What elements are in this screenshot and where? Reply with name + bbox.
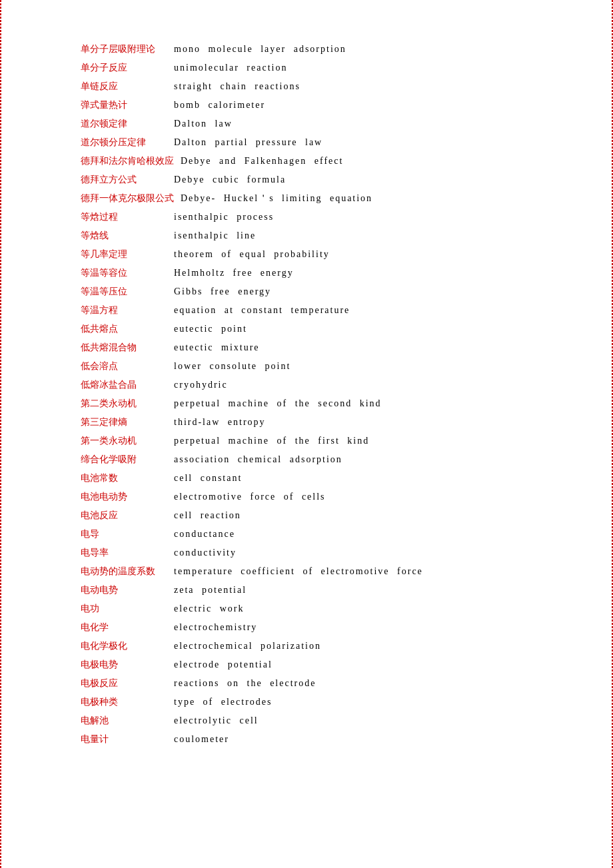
term-row: 第三定律熵third-law entropy — [81, 413, 532, 432]
zh-term: 电化学极化 — [81, 637, 167, 655]
term-row: 德拜和法尔肯哈根效应Debye and Falkenhagen effect — [81, 152, 532, 171]
term-row: 电化学electrochemistry — [81, 618, 532, 637]
en-term: zeta potential — [174, 581, 247, 600]
en-term: electromotive force of cells — [174, 488, 326, 506]
term-row: 电解池electrolytic cell — [81, 711, 532, 730]
border-left — [1, 0, 1, 868]
zh-term: 电解池 — [81, 711, 167, 730]
term-row: 等温等压位Gibbs free energy — [81, 282, 532, 301]
en-term: Debye- Huckel＇s limiting equation — [181, 189, 372, 208]
en-term: isenthalpic line — [174, 226, 256, 245]
en-term: electrode potential — [174, 655, 273, 674]
en-term: association chemical adsorption — [174, 450, 342, 469]
zh-term: 单链反应 — [81, 77, 167, 96]
zh-term: 电池反应 — [81, 506, 167, 525]
en-term: electrolytic cell — [174, 711, 259, 730]
zh-term: 德拜和法尔肯哈根效应 — [81, 152, 174, 171]
term-row: 缔合化学吸附association chemical adsorption — [81, 450, 532, 469]
en-term: Debye cubic formula — [174, 171, 286, 189]
zh-term: 等温等压位 — [81, 282, 167, 301]
zh-term: 电极种类 — [81, 693, 167, 711]
term-row: 第一类永动机perpetual machine of the first kin… — [81, 432, 532, 450]
en-term: reactions on the electrode — [174, 674, 316, 693]
en-term: bomb calorimeter — [174, 96, 265, 115]
term-row: 德拜一体克尔极限公式Debye- Huckel＇s limiting equat… — [81, 189, 532, 208]
zh-term: 电化学 — [81, 618, 167, 637]
zh-term: 等焓过程 — [81, 208, 167, 226]
en-term: electrochemical polarization — [174, 637, 321, 655]
zh-term: 电动势的温度系数 — [81, 562, 167, 581]
term-row: 电池反应cell reaction — [81, 506, 532, 525]
zh-term: 道尔顿分压定律 — [81, 133, 167, 152]
term-row: 等温方程equation at constant temperature — [81, 301, 532, 320]
zh-term: 等几率定理 — [81, 245, 167, 264]
zh-term: 电极电势 — [81, 655, 167, 674]
zh-term: 电导率 — [81, 544, 167, 562]
term-row: 电池常数cell constant — [81, 469, 532, 488]
en-term: Debye and Falkenhagen effect — [181, 152, 343, 171]
term-row: 电功electric work — [81, 600, 532, 618]
border-right — [612, 0, 612, 868]
zh-term: 电极反应 — [81, 674, 167, 693]
en-term: mono molecule layer adsorption — [174, 40, 346, 59]
en-term: electric work — [174, 600, 244, 618]
term-row: 等温等容位Helmholtz free energy — [81, 264, 532, 282]
en-term: coulometer — [174, 730, 229, 749]
term-row: 电极电势electrode potential — [81, 655, 532, 674]
zh-term: 第二类永动机 — [81, 394, 167, 413]
zh-term: 等焓线 — [81, 226, 167, 245]
zh-term: 缔合化学吸附 — [81, 450, 167, 469]
en-term: eutectic mixture — [174, 338, 260, 357]
en-term: Dalton law — [174, 115, 233, 133]
term-row: 低共熔点eutectic point — [81, 320, 532, 338]
zh-term: 电导 — [81, 525, 167, 544]
en-term: electrochemistry — [174, 618, 257, 637]
page-container: 单分子层吸附理论mono molecule layer adsorption单分… — [0, 0, 613, 868]
en-term: perpetual machine of the second kind — [174, 394, 382, 413]
term-row: 单分子反应unimolecular reaction — [81, 59, 532, 77]
term-row: 电导conductance — [81, 525, 532, 544]
term-row: 等几率定理theorem of equal probability — [81, 245, 532, 264]
en-term: conductance — [174, 525, 235, 544]
zh-term: 弹式量热计 — [81, 96, 167, 115]
en-term: equation at constant temperature — [174, 301, 350, 320]
en-term: isenthalpic process — [174, 208, 274, 226]
term-row: 电导率conductivity — [81, 544, 532, 562]
term-row: 道尔顿分压定律Dalton partial pressure law — [81, 133, 532, 152]
zh-term: 电动电势 — [81, 581, 167, 600]
en-term: Helmholtz free energy — [174, 264, 294, 282]
zh-term: 单分子层吸附理论 — [81, 40, 167, 59]
term-row: 电动电势zeta potential — [81, 581, 532, 600]
zh-term: 电量计 — [81, 730, 167, 749]
en-term: Gibbs free energy — [174, 282, 271, 301]
term-row: 低熔冰盐合晶cryohydric — [81, 376, 532, 394]
en-term: cryohydric — [174, 376, 228, 394]
en-term: cell reaction — [174, 506, 241, 525]
term-row: 单链反应straight chain reactions — [81, 77, 532, 96]
term-row: 第二类永动机perpetual machine of the second ki… — [81, 394, 532, 413]
term-row: 电化学极化electrochemical polarization — [81, 637, 532, 655]
zh-term: 电池电动势 — [81, 488, 167, 506]
term-row: 弹式量热计bomb calorimeter — [81, 96, 532, 115]
en-term: perpetual machine of the first kind — [174, 432, 369, 450]
en-term: cell constant — [174, 469, 242, 488]
en-term: eutectic point — [174, 320, 247, 338]
content-area: 单分子层吸附理论mono molecule layer adsorption单分… — [1, 40, 612, 749]
en-term: type of electrodes — [174, 693, 273, 711]
en-term: third-law entropy — [174, 413, 266, 432]
zh-term: 第一类永动机 — [81, 432, 167, 450]
zh-term: 道尔顿定律 — [81, 115, 167, 133]
zh-term: 单分子反应 — [81, 59, 167, 77]
en-term: straight chain reactions — [174, 77, 301, 96]
zh-term: 低熔冰盐合晶 — [81, 376, 167, 394]
term-row: 德拜立方公式Debye cubic formula — [81, 171, 532, 189]
zh-term: 电功 — [81, 600, 167, 618]
en-term: conductivity — [174, 544, 237, 562]
en-term: unimolecular reaction — [174, 59, 287, 77]
en-term: temperature coefficient of electromotive… — [174, 562, 423, 581]
term-row: 电极种类type of electrodes — [81, 693, 532, 711]
zh-term: 第三定律熵 — [81, 413, 167, 432]
zh-term: 低共熔点 — [81, 320, 167, 338]
term-row: 单分子层吸附理论mono molecule layer adsorption — [81, 40, 532, 59]
zh-term: 低会溶点 — [81, 357, 167, 376]
